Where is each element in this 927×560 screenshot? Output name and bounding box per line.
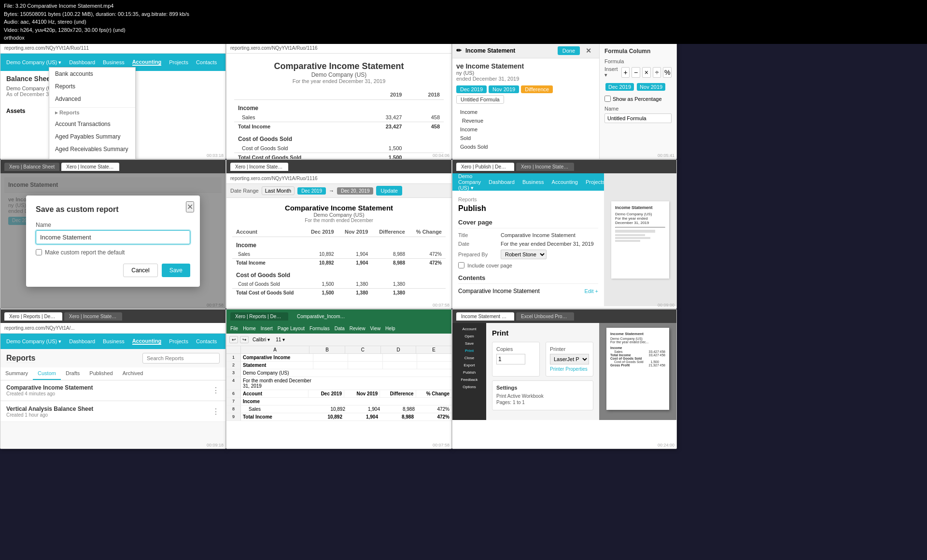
printer-select[interactable]: LaserJet Pro — [550, 354, 589, 364]
cell-e7[interactable] — [417, 398, 451, 405]
dec-token[interactable]: Dec 2019 — [605, 83, 634, 91]
cell-a7[interactable]: Income — [241, 398, 314, 405]
difference-badge[interactable]: Difference — [521, 85, 553, 93]
tab-income-6[interactable]: Xero | Income Statement — [516, 163, 574, 171]
cell-b9[interactable]: 10,892 — [309, 413, 344, 420]
cell-b4[interactable] — [314, 377, 348, 390]
nav-business-6[interactable]: Business — [522, 179, 544, 185]
multiply-btn[interactable]: × — [642, 67, 651, 78]
cell-c7[interactable] — [348, 398, 382, 405]
excel-font[interactable]: Calibri ▾ — [251, 337, 272, 342]
cell-e2[interactable] — [417, 362, 451, 369]
cell-a1[interactable]: Comparative Income — [241, 354, 313, 361]
report-item-2[interactable]: Vertical Analysis Balance Sheet Created … — [0, 402, 225, 422]
nav-projects-1[interactable]: Projects — [169, 59, 188, 65]
tab-publish[interactable]: Xero | Publish | Demo Company... — [456, 163, 514, 171]
print-feedback-btn[interactable]: Feedback — [461, 378, 478, 382]
tab-income-5[interactable]: Xero | Income Statement — [230, 163, 288, 171]
cell-e1[interactable] — [417, 354, 451, 361]
print-save-btn[interactable]: Save — [465, 341, 474, 346]
nav-accounting-1[interactable]: Accounting — [132, 59, 162, 66]
printer-props-btn[interactable]: Printer Properties — [550, 366, 588, 372]
tab-income-7[interactable]: Xero | Income Statement — [64, 312, 122, 321]
tab-drafts[interactable]: Drafts — [61, 367, 84, 380]
copies-input[interactable] — [496, 354, 525, 364]
nov-2019-badge[interactable]: Nov 2019 — [489, 85, 519, 93]
cell-a6[interactable]: Account — [241, 390, 309, 397]
cell-a9[interactable]: Total Income — [241, 413, 309, 420]
modal-close-btn[interactable]: ✕ — [186, 201, 194, 212]
cell-c6[interactable]: Nov 2019 — [344, 390, 380, 397]
plus-btn[interactable]: + — [621, 67, 630, 78]
cell-e9[interactable]: 472% — [416, 413, 451, 420]
tab-reports-7[interactable]: Xero | Reports | Demo Company... — [4, 312, 62, 321]
nav-dashboard-7[interactable]: Dashboard — [69, 338, 95, 344]
nav-business-7[interactable]: Business — [103, 338, 125, 344]
nav-business-1[interactable]: Business — [103, 59, 125, 65]
cell-b2[interactable] — [313, 362, 348, 369]
minus-btn[interactable]: − — [632, 67, 640, 78]
edit-btn-pub[interactable]: Edit + — [585, 288, 598, 294]
include-cover-checkbox[interactable] — [458, 262, 464, 268]
show-pct-checkbox[interactable] — [604, 96, 611, 102]
print-account-btn[interactable]: Account — [463, 327, 477, 331]
cell-c8[interactable]: 1,904 — [347, 406, 382, 413]
close-button-3[interactable]: ✕ — [582, 43, 595, 58]
menu-balance-sheet[interactable]: Balance Sheet — [49, 155, 135, 159]
report-item-1[interactable]: Comparative Income Statement Created 4 m… — [0, 380, 225, 401]
cell-d8[interactable]: 8,988 — [382, 406, 417, 413]
excel-tab-review[interactable]: Review — [350, 326, 365, 331]
excel-undo[interactable]: ↩ — [229, 336, 238, 343]
default-checkbox[interactable] — [36, 249, 42, 255]
menu-advanced[interactable]: Advanced — [49, 93, 135, 105]
excel-tab-help[interactable]: Help — [385, 326, 395, 331]
formula-name-input[interactable] — [604, 113, 672, 123]
tab-custom[interactable]: Custom — [33, 367, 61, 380]
excel-tab-data[interactable]: Data — [335, 326, 345, 331]
untitled-formula-badge[interactable]: Untitled Formula — [456, 95, 504, 104]
cell-e6[interactable]: % Change — [416, 390, 451, 397]
nav-contacts-7[interactable]: Contacts — [196, 338, 217, 344]
cell-a8[interactable]: Sales — [241, 406, 312, 413]
tab-income-stmt-print[interactable]: Income Statement Reports.xlsx — [456, 312, 514, 321]
date-range-value-5[interactable]: Last Month — [262, 186, 295, 195]
save-button[interactable]: Save — [162, 264, 190, 277]
report-name-input[interactable] — [36, 230, 190, 244]
report-item-menu-1[interactable]: ⋮ — [212, 386, 220, 395]
cell-a4[interactable]: For the month ended December 31, 2019 — [241, 377, 314, 390]
print-open-btn[interactable]: Open — [464, 334, 474, 338]
cell-a3[interactable]: Demo Company (US) — [241, 369, 314, 377]
print-print-btn[interactable]: Print — [465, 349, 474, 353]
nav-projects-7[interactable]: Projects — [169, 338, 188, 344]
cell-d9[interactable]: 8,988 — [380, 413, 416, 420]
cell-e8[interactable]: 472% — [417, 406, 451, 413]
tab-published[interactable]: Published — [84, 367, 117, 380]
menu-bank-accounts[interactable]: Bank accounts — [49, 68, 135, 80]
nov-token[interactable]: Nov 2019 — [637, 83, 665, 91]
tab-balance-4[interactable]: Xero | Balance Sheet — [4, 163, 59, 171]
tab-archived[interactable]: Archived — [118, 367, 148, 380]
print-export-btn[interactable]: Export — [464, 363, 475, 367]
report-item-menu-2[interactable]: ⋮ — [212, 407, 220, 416]
cell-e4[interactable] — [417, 377, 451, 390]
excel-tab-home[interactable]: Home — [243, 326, 256, 331]
menu-account-transactions[interactable]: Account Transactions — [49, 118, 135, 130]
nav-accounting-6[interactable]: Accounting — [552, 179, 578, 185]
nav-dashboard-6[interactable]: Dashboard — [489, 179, 515, 185]
menu-aged-receivables[interactable]: Aged Receivables Summary — [49, 143, 135, 155]
cell-c4[interactable] — [348, 377, 382, 390]
cell-c2[interactable] — [348, 362, 383, 369]
cell-b8[interactable]: 10,892 — [312, 406, 347, 413]
menu-reports[interactable]: Reports — [49, 80, 135, 93]
cell-b7[interactable] — [314, 398, 348, 405]
excel-tab-formulas[interactable]: Formulas — [309, 326, 330, 331]
tab-excel-product[interactable]: Excel Unboxed Product — [516, 312, 574, 321]
menu-aged-payables[interactable]: Aged Payables Summary — [49, 130, 135, 143]
done-button-3[interactable]: Done — [558, 46, 580, 55]
cell-e3[interactable] — [417, 369, 451, 377]
cell-a2[interactable]: Statement — [241, 362, 313, 369]
divide-btn[interactable]: ÷ — [653, 67, 661, 78]
cell-c3[interactable] — [348, 369, 382, 377]
cell-b6[interactable]: Dec 2019 — [309, 390, 344, 397]
cell-b1[interactable] — [313, 354, 348, 361]
